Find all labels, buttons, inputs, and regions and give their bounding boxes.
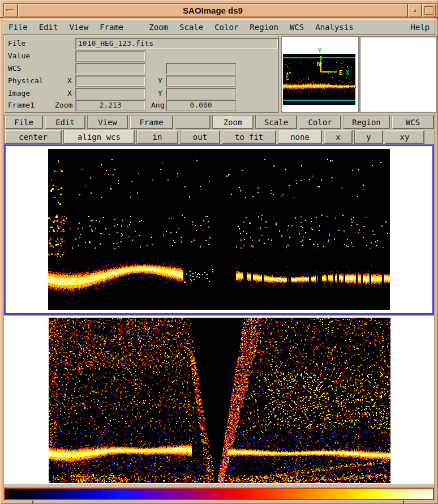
flip-y-button[interactable]: y [354, 130, 383, 144]
resize-notch-bottom-left[interactable] [32, 501, 33, 504]
flip-none-button[interactable]: none [278, 130, 322, 144]
buttonbar-scale[interactable]: Scale [255, 115, 297, 129]
angle-value-field: 0.000 [166, 100, 236, 111]
menu-scale[interactable]: Scale [174, 23, 209, 32]
menu-file[interactable]: File [3, 23, 33, 32]
image-y-label: Y [158, 88, 162, 99]
menu-wcs[interactable]: WCS [284, 23, 310, 32]
menu-region[interactable]: Region [244, 23, 284, 32]
file-label: File [8, 38, 25, 49]
buttonbar-color[interactable]: Color [299, 115, 341, 129]
resize-notch-right[interactable] [435, 17, 438, 18]
button-bar-zoom-actions: center align wcs in out to fit none x y … [5, 130, 435, 144]
info-panel: File 1010_HEG_123.fits Value WCS Physica… [4, 36, 279, 113]
minimize-icon [413, 8, 416, 12]
buttonbar-view[interactable]: View [87, 115, 128, 129]
image-label: Image [8, 88, 30, 99]
menu-zoom[interactable]: Zoom [143, 23, 174, 32]
panner-preview-image[interactable] [282, 37, 357, 111]
colorbar[interactable] [4, 488, 434, 500]
maximize-icon [424, 6, 433, 15]
window-title: SAOImage ds9 [183, 6, 243, 15]
menu-color[interactable]: Color [209, 23, 244, 32]
buttonbar-frame[interactable]: Frame [130, 115, 173, 129]
menu-analysis[interactable]: Analysis [310, 23, 359, 32]
resize-notch-left[interactable] [0, 17, 3, 18]
buttonbar-wcs[interactable]: WCS [392, 115, 434, 129]
buttonbar-zoom[interactable]: Zoom [212, 115, 254, 129]
wcs-label: WCS [8, 63, 21, 74]
frame-1-selected[interactable] [4, 144, 434, 315]
frame-2-spectrum-image[interactable] [49, 318, 390, 483]
zoom-in-button[interactable]: in [136, 130, 178, 144]
resize-notch-bottom-right[interactable] [403, 501, 404, 504]
buttonbar-region[interactable]: Region [343, 115, 390, 129]
physical-y-field [166, 75, 236, 87]
value-field [75, 50, 145, 62]
zoom-center-button[interactable]: center [5, 130, 62, 144]
buttonbar-edit[interactable]: Edit [45, 115, 85, 129]
image-x-label: X [67, 88, 72, 99]
main-area: File 1010_HEG_123.fits Value WCS Physica… [3, 35, 435, 501]
frame-1-spectrum-image[interactable] [48, 149, 390, 310]
angle-label: Ang [151, 100, 164, 111]
flip-x-button[interactable]: x [324, 130, 353, 144]
panner[interactable] [281, 36, 359, 113]
flip-xy-button[interactable]: xy [385, 130, 424, 144]
zoom-out-button[interactable]: out [180, 130, 220, 144]
magnifier [359, 36, 437, 113]
menu-frame[interactable]: Frame [94, 23, 129, 32]
maximize-button[interactable] [422, 3, 436, 18]
frame-name-label: Frame1 [8, 100, 35, 111]
wcs-field-1 [75, 63, 145, 74]
zoom-align-wcs-button[interactable]: align wcs [63, 130, 135, 144]
menu-help[interactable]: Help [405, 23, 435, 32]
titlebar[interactable]: SAOImage ds9 [18, 3, 408, 18]
minimize-button[interactable] [407, 3, 422, 18]
frame-2[interactable] [4, 315, 434, 484]
menubar: File Edit View Frame Zoom Scale Color Re… [3, 19, 435, 35]
physical-x-label: X [67, 75, 72, 87]
file-value-field: 1010_HEG_123.fits [75, 38, 278, 49]
window-menu-icon [6, 9, 14, 11]
zoom-to-fit-button[interactable]: to fit [222, 130, 276, 144]
menu-edit[interactable]: Edit [33, 23, 64, 32]
image-x-field [75, 88, 145, 99]
value-label: Value [8, 50, 30, 62]
zoom-label: Zoom [55, 100, 72, 111]
buttonbar-empty[interactable] [175, 115, 211, 129]
wcs-field-2 [166, 63, 236, 74]
physical-y-label: Y [158, 75, 162, 87]
menu-view[interactable]: View [63, 23, 94, 32]
ds9-window: SAOImage ds9 File Edit View Frame Zoom S… [0, 0, 438, 504]
window-menu-button[interactable] [3, 3, 18, 18]
physical-x-field [75, 75, 145, 87]
physical-label: Physical [8, 75, 44, 87]
image-y-field [166, 88, 236, 99]
button-bar-categories: File Edit View Frame Zoom Scale Color Re… [5, 115, 435, 129]
zoom-value-field: 2.213 [75, 100, 145, 111]
buttonbar-file[interactable]: File [5, 115, 43, 129]
